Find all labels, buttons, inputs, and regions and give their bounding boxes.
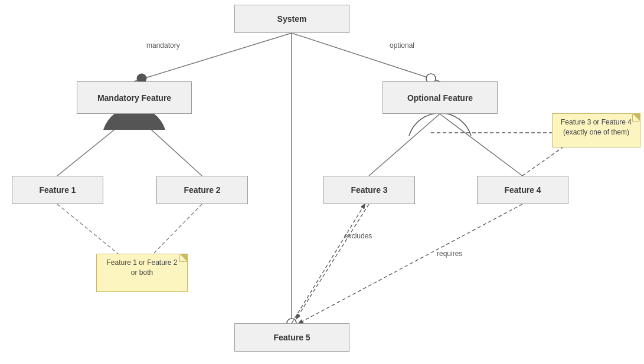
feature2-label: Feature 2 (184, 185, 220, 195)
svg-line-0 (134, 33, 292, 81)
feature1-label: Feature 1 (39, 185, 76, 195)
svg-line-14 (292, 204, 365, 323)
feature5-node: Feature 5 (234, 323, 349, 352)
feature3-label: Feature 3 (351, 185, 387, 195)
svg-line-13 (296, 204, 369, 319)
note1-label: Feature 1 or Feature 2or both (106, 258, 177, 277)
note2-box: Feature 3 or Feature 4(exactly one of th… (552, 113, 640, 147)
svg-line-6 (134, 114, 202, 176)
svg-line-2 (292, 33, 440, 81)
system-label: System (277, 14, 307, 24)
requires-label: requires (437, 250, 462, 258)
feature4-label: Feature 4 (504, 185, 541, 195)
svg-line-12 (153, 204, 202, 254)
mandatory-edge-label: mandatory (146, 41, 180, 50)
feature4-node: Feature 4 (477, 176, 568, 204)
mandatory-label: Mandatory Feature (97, 93, 171, 103)
feature1-node: Feature 1 (12, 176, 103, 204)
feature5-label: Feature 5 (273, 333, 310, 342)
svg-line-5 (57, 114, 134, 176)
diagram-container: System Mandatory Feature Optional Featur… (0, 0, 644, 364)
note2-label: Feature 3 or Feature 4(exactly one of th… (561, 118, 632, 136)
svg-line-15 (299, 204, 522, 323)
note1-box: Feature 1 or Feature 2or both (96, 254, 188, 292)
optional-label: Optional Feature (407, 93, 473, 103)
mandatory-feature-node: Mandatory Feature (77, 81, 192, 114)
feature3-node: Feature 3 (323, 176, 415, 204)
svg-line-7 (369, 114, 440, 176)
optional-edge-label: optional (390, 41, 414, 50)
svg-line-8 (440, 114, 522, 176)
feature2-node: Feature 2 (156, 176, 248, 204)
optional-feature-node: Optional Feature (383, 81, 498, 114)
svg-line-16 (522, 145, 567, 176)
svg-line-11 (57, 204, 118, 254)
system-node: System (234, 5, 349, 33)
excludes-label: excludes (344, 232, 372, 240)
